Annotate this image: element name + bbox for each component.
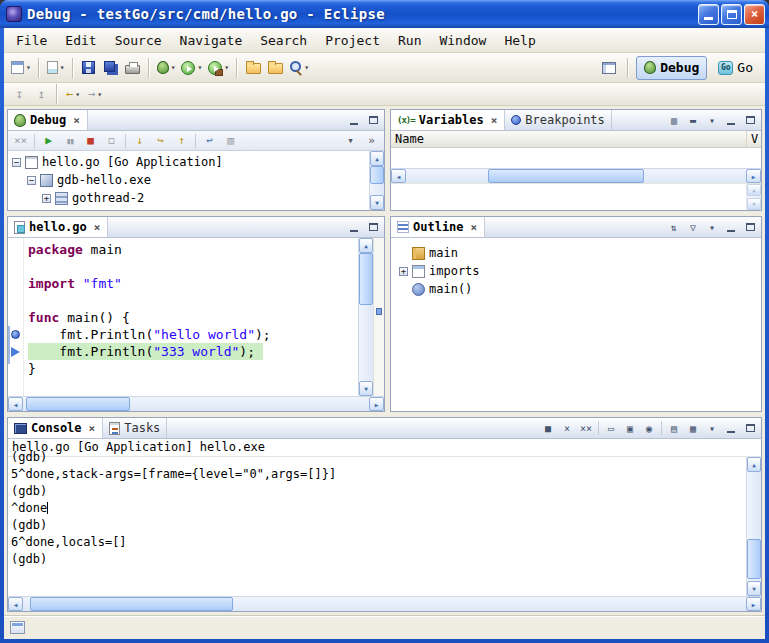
debug-launch-button[interactable]: ▾ — [154, 56, 179, 80]
minimize-view-button[interactable] — [722, 420, 740, 436]
dropdown-icon[interactable]: ▾ — [304, 63, 309, 72]
detail-pane-text[interactable] — [391, 184, 746, 210]
tree-expander-icon[interactable]: + — [399, 267, 408, 276]
scroll-left-button[interactable]: ◀ — [8, 597, 23, 611]
tab-outline[interactable]: Outline × — [391, 217, 485, 237]
code-line[interactable]: fmt.Println("hello world"); — [28, 326, 358, 343]
collapse-all-button[interactable]: ▬ — [684, 112, 702, 128]
debug-tree-scrollbar[interactable]: ▲ ▼ — [369, 151, 384, 210]
open-console-dropdown-icon[interactable]: ▾ — [703, 420, 721, 436]
tree-expander-icon[interactable]: − — [12, 158, 21, 167]
print-button[interactable] — [122, 56, 144, 80]
editor-vscrollbar[interactable]: ▲ ▼ — [358, 238, 373, 396]
annotation-ruler[interactable] — [8, 238, 24, 396]
console-line[interactable]: (gdb) — [11, 483, 746, 500]
save-all-button[interactable] — [100, 56, 122, 80]
scroll-right-button[interactable]: ▶ — [746, 169, 761, 183]
use-step-filters-button[interactable]: ▥ — [221, 132, 240, 149]
console-line[interactable]: (gdb) — [11, 517, 746, 534]
tab-breakpoints[interactable]: Breakpoints — [505, 110, 611, 130]
dropdown-icon[interactable]: ▾ — [60, 63, 65, 72]
maximize-view-button[interactable] — [741, 420, 759, 436]
scroll-thumb[interactable] — [359, 253, 373, 305]
clear-console-button[interactable]: ▭ — [602, 420, 620, 436]
debug-tree-row[interactable]: −hello.go [Go Application] — [8, 153, 369, 171]
tab-console[interactable]: Console × — [8, 418, 103, 438]
outline-tree-row[interactable]: +imports — [391, 262, 761, 280]
code-line[interactable]: package main — [28, 241, 358, 258]
variables-detail-pane[interactable]: ▲ ▼ — [391, 183, 761, 210]
column-value[interactable]: V — [747, 131, 761, 147]
tab-tasks[interactable]: Tasks — [103, 418, 167, 438]
debug-tree-row[interactable]: +gothread-2 — [8, 189, 369, 207]
console-vscrollbar[interactable]: ▲ ▼ — [746, 457, 761, 596]
console-line[interactable]: (gdb) — [11, 551, 746, 568]
tab-hello-go[interactable]: hello.go × — [8, 217, 108, 237]
console-line[interactable]: 5^done,stack-args=[frame={level="0",args… — [11, 466, 746, 483]
sort-button[interactable]: ⇅ — [665, 219, 683, 235]
display-selected-console-button[interactable]: ▤ — [665, 420, 683, 436]
scroll-up-button[interactable]: ▲ — [747, 457, 761, 472]
outline-tree-row[interactable]: main() — [391, 280, 761, 298]
next-annotation-button[interactable]: ↧ — [8, 82, 30, 106]
menu-project[interactable]: Project — [317, 31, 388, 50]
scroll-track[interactable] — [370, 166, 384, 195]
open-type-button[interactable] — [264, 56, 286, 80]
breakpoint-marker-icon[interactable] — [11, 330, 20, 339]
forward-button[interactable]: →▾ — [84, 82, 106, 106]
close-tab-icon[interactable]: × — [490, 114, 499, 127]
variables-hscrollbar[interactable]: ◀ ▶ — [391, 168, 761, 183]
search-button[interactable]: ▾ — [286, 56, 312, 80]
outline-tree-row[interactable]: main — [391, 244, 761, 262]
back-button[interactable]: ←▾ — [62, 82, 84, 106]
scroll-track[interactable] — [359, 253, 373, 381]
minimize-view-button[interactable] — [722, 112, 740, 128]
scroll-right-button[interactable]: ▶ — [369, 397, 384, 411]
perspective-go-button[interactable]: GoGo — [710, 56, 761, 80]
scroll-track[interactable] — [747, 472, 761, 581]
menu-file[interactable]: File — [8, 31, 55, 50]
code-line[interactable]: } — [28, 360, 358, 377]
close-tab-icon[interactable]: × — [72, 114, 81, 127]
maximize-view-button[interactable] — [741, 219, 759, 235]
step-over-button[interactable]: ↪ — [151, 132, 170, 149]
tab-debug[interactable]: Debug × — [8, 110, 88, 130]
tree-expander-icon[interactable]: + — [42, 194, 51, 203]
scroll-right-button[interactable]: ▶ — [746, 597, 761, 611]
scroll-track[interactable] — [23, 597, 746, 611]
perspective-debug-button[interactable]: Debug — [636, 56, 707, 80]
pin-console-button[interactable]: ◉ — [640, 420, 658, 436]
resume-button[interactable]: ▶ — [39, 132, 58, 149]
overview-marker[interactable] — [376, 308, 382, 315]
console-line[interactable]: ^done — [11, 500, 746, 517]
menu-edit[interactable]: Edit — [57, 31, 104, 50]
remove-all-launches-button[interactable]: ×× — [577, 420, 595, 436]
dropdown-icon[interactable]: ▾ — [197, 63, 202, 72]
code-line[interactable]: fmt.Println("333 world"); — [28, 343, 263, 360]
console-line[interactable]: (gdb) — [11, 449, 746, 466]
external-tools-button[interactable]: ▾ — [205, 56, 232, 80]
console-line[interactable]: 6^done,locals=[] — [11, 534, 746, 551]
detail-pane-scrollbar[interactable]: ▲ ▼ — [746, 184, 761, 210]
terminate-console-button[interactable]: ■ — [539, 420, 557, 436]
step-into-button[interactable]: ↓ — [130, 132, 149, 149]
tab-variables[interactable]: (x)= Variables × — [391, 110, 505, 130]
minimize-view-button[interactable] — [345, 112, 363, 128]
run-launch-button[interactable]: ▾ — [178, 56, 205, 80]
menu-navigate[interactable]: Navigate — [172, 31, 251, 50]
menu-window[interactable]: Window — [431, 31, 494, 50]
scroll-left-button[interactable]: ◀ — [8, 397, 23, 411]
dropdown-icon[interactable]: ▾ — [97, 90, 102, 99]
scroll-lock-button[interactable]: ▣ — [621, 420, 639, 436]
new-go-element-button[interactable]: ▾ — [44, 56, 68, 80]
variables-tree[interactable] — [391, 148, 761, 168]
dropdown-icon[interactable]: ▾ — [171, 63, 176, 72]
close-tab-icon[interactable]: × — [470, 221, 479, 234]
console-hscrollbar[interactable]: ◀ ▶ — [8, 596, 761, 611]
maximize-view-button[interactable] — [364, 219, 382, 235]
tree-expander-icon[interactable]: − — [27, 176, 36, 185]
scroll-thumb[interactable] — [747, 539, 761, 579]
suspend-button[interactable]: ▮▮ — [60, 132, 79, 149]
scroll-down-button[interactable]: ▼ — [359, 381, 373, 396]
maximize-view-button[interactable] — [364, 112, 382, 128]
